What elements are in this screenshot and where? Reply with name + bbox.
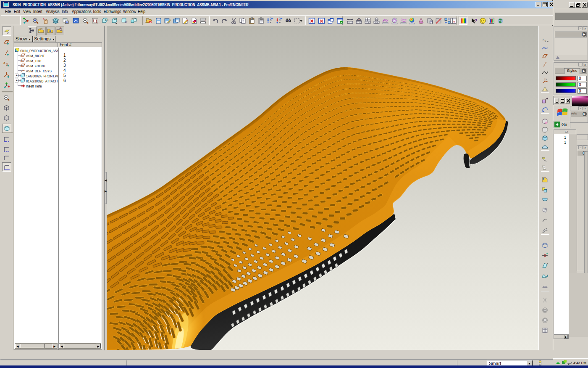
svg-text:?: ? — [475, 18, 477, 23]
svg-text:x: x — [542, 37, 544, 41]
svg-text:T: T — [453, 20, 455, 24]
svg-text:x: x — [544, 39, 546, 43]
svg-text:x: x — [24, 68, 24, 70]
svg-text:AB: AB — [114, 18, 117, 21]
svg-text:Z: Z — [7, 31, 9, 35]
svg-text:AB: AB — [105, 19, 108, 21]
svg-text:x: x — [3, 61, 5, 65]
svg-text:x: x — [546, 78, 547, 80]
svg-text:y: y — [21, 69, 22, 71]
